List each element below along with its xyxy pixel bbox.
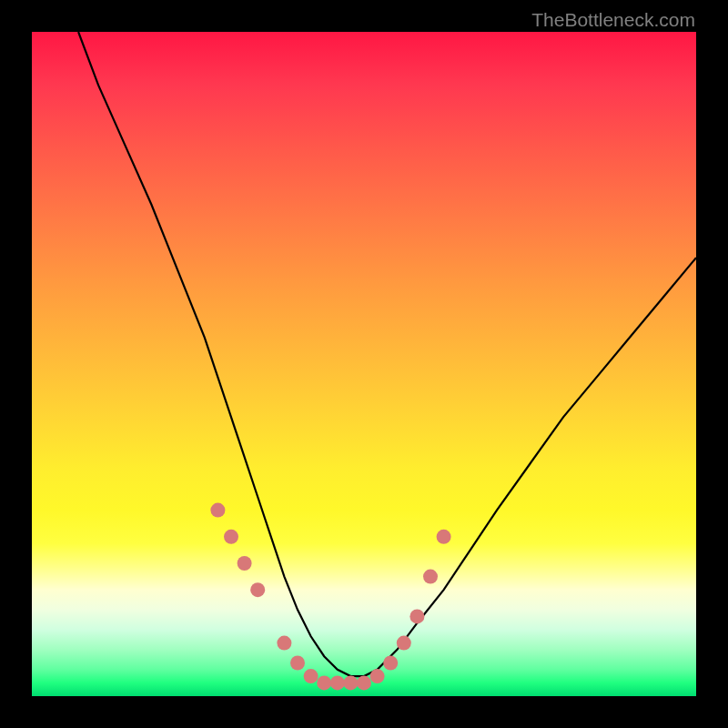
marker-dot	[250, 582, 265, 597]
plot-area	[32, 32, 696, 696]
chart-container: TheBottleneck.com	[0, 0, 728, 728]
marker-dot	[423, 570, 438, 584]
curve-line	[78, 32, 696, 676]
marker-dot	[330, 675, 345, 690]
marker-dot	[304, 669, 318, 683]
marker-dot	[210, 503, 225, 518]
watermark-text: TheBottleneck.com	[531, 9, 695, 31]
marker-dot	[224, 530, 238, 544]
marker-dot	[238, 556, 252, 571]
marker-dot	[277, 636, 291, 651]
marker-dot	[410, 609, 424, 623]
marker-dot	[343, 675, 358, 690]
marker-dot	[383, 656, 398, 671]
marker-dot	[317, 675, 331, 690]
curve-svg	[32, 32, 696, 696]
marker-dot	[290, 656, 305, 671]
marker-dot	[370, 669, 385, 683]
marker-dot	[357, 675, 371, 690]
marker-dot	[437, 530, 451, 544]
marker-dot	[397, 636, 411, 651]
